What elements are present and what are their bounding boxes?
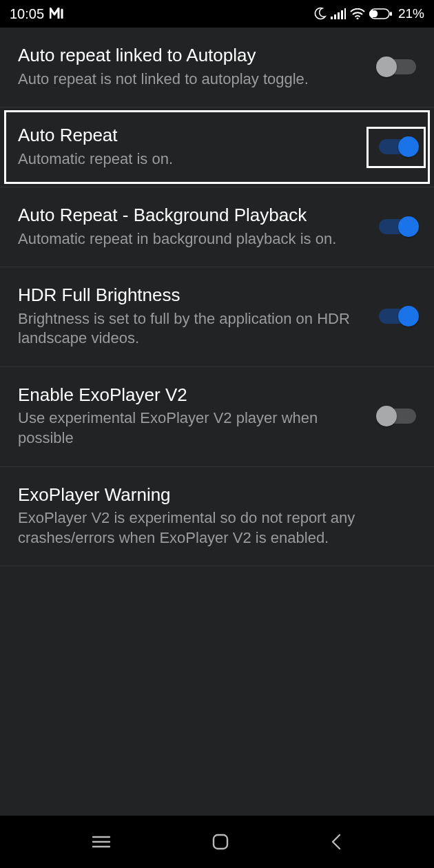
dnd-moon-icon xyxy=(313,7,327,21)
setting-exoplayer-v2[interactable]: Enable ExoPlayer V2 Use experimental Exo… xyxy=(0,367,434,467)
setting-title: Enable ExoPlayer V2 xyxy=(18,384,369,406)
setting-exoplayer-warning: ExoPlayer Warning ExoPlayer V2 is experi… xyxy=(0,467,434,567)
svg-rect-11 xyxy=(214,835,227,849)
toggle-autorepeat-linked[interactable] xyxy=(379,59,416,74)
setting-hdr-brightness[interactable]: HDR Full Brightness Brightness is set to… xyxy=(0,267,434,367)
toggle-exoplayer-v2[interactable] xyxy=(379,409,416,424)
setting-title: HDR Full Brightness xyxy=(18,284,369,307)
toggle-auto-repeat-bg[interactable] xyxy=(379,219,416,234)
setting-auto-repeat[interactable]: Auto Repeat Automatic repeat is on. xyxy=(0,107,434,187)
setting-desc: Brightness is set to full by the applica… xyxy=(18,309,369,349)
svg-rect-3 xyxy=(341,10,343,19)
svg-rect-1 xyxy=(334,14,336,19)
setting-autorepeat-linked[interactable]: Auto repeat linked to Autoplay Auto repe… xyxy=(0,28,434,107)
settings-list: Auto repeat linked to Autoplay Auto repe… xyxy=(0,28,434,816)
svg-rect-0 xyxy=(331,17,333,19)
nav-recents-icon[interactable] xyxy=(92,835,111,849)
setting-auto-repeat-bg[interactable]: Auto Repeat - Background Playback Automa… xyxy=(0,187,434,267)
nav-home-icon[interactable] xyxy=(211,833,229,851)
battery-icon xyxy=(369,8,393,19)
setting-desc: Automatic repeat is on. xyxy=(18,149,369,169)
toggle-auto-repeat[interactable] xyxy=(379,139,416,154)
nav-bar xyxy=(0,816,434,868)
wifi-icon xyxy=(350,8,365,19)
setting-title: Auto Repeat - Background Playback xyxy=(18,204,369,227)
svg-point-5 xyxy=(356,18,358,20)
toggle-hdr-brightness[interactable] xyxy=(379,309,416,324)
svg-rect-2 xyxy=(338,12,340,19)
setting-title: ExoPlayer Warning xyxy=(18,484,406,506)
status-bar: 10:05 xyxy=(0,0,434,28)
miui-logo-icon xyxy=(50,6,65,22)
setting-desc: Automatic repeat in background playback … xyxy=(18,229,369,249)
setting-desc: Use experimental ExoPlayer V2 player whe… xyxy=(18,409,369,448)
setting-desc: ExoPlayer V2 is experimental so do not r… xyxy=(18,508,406,548)
svg-rect-4 xyxy=(344,8,346,19)
battery-percentage: 21% xyxy=(398,6,424,21)
svg-rect-7 xyxy=(390,12,392,16)
nav-back-icon[interactable] xyxy=(330,833,342,851)
setting-title: Auto Repeat xyxy=(18,124,369,147)
setting-title: Auto repeat linked to Autoplay xyxy=(18,44,369,67)
cell-signal-icon xyxy=(331,8,346,19)
setting-desc: Auto repeat is not linked to autoplay to… xyxy=(18,70,369,90)
status-time: 10:05 xyxy=(10,6,44,22)
